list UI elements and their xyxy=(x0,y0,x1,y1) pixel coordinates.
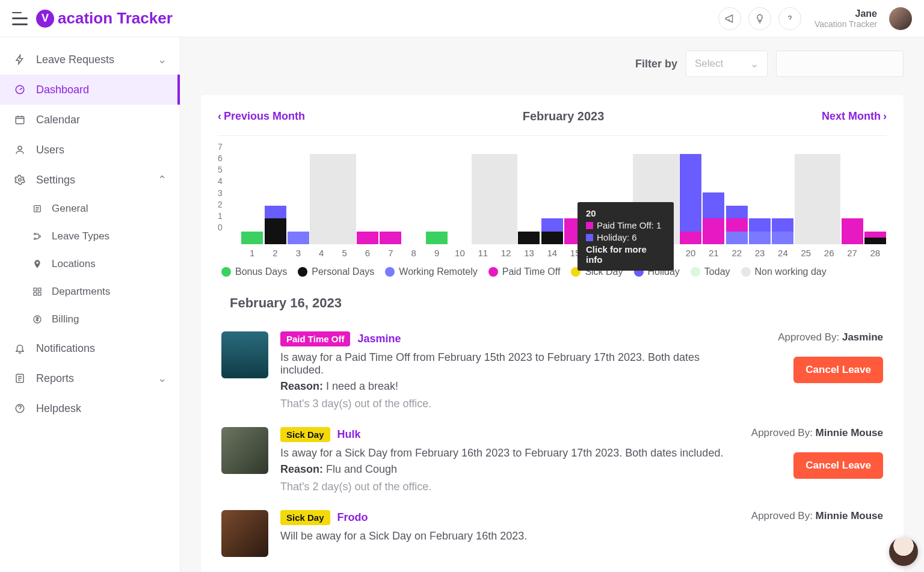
bar-day-9[interactable] xyxy=(425,154,448,244)
nav-label: Notifications xyxy=(36,342,95,355)
gauge-icon xyxy=(13,83,26,96)
tips-button[interactable] xyxy=(748,7,771,30)
bar-day-2[interactable] xyxy=(263,154,286,244)
leave-user-link[interactable]: Frodo xyxy=(337,511,368,524)
leave-item: Sick DayFrodoWill be away for a Sick Day… xyxy=(218,502,887,565)
brand-logo[interactable]: V acation Tracker xyxy=(36,9,173,28)
legend-item[interactable]: Personal Days xyxy=(298,266,374,277)
bar-day-28[interactable] xyxy=(864,154,887,244)
sidebar-item-locations[interactable]: Locations xyxy=(31,250,180,278)
shell: Leave Requests ⌄ Dashboard Calendar User… xyxy=(0,37,924,572)
chat-widget-button[interactable] xyxy=(889,537,918,566)
chevron-down-icon: ⌄ xyxy=(750,58,759,70)
sidebar-item-notifications[interactable]: Notifications xyxy=(0,333,180,363)
chevron-down-icon: ⌄ xyxy=(158,53,167,66)
bar-day-25[interactable] xyxy=(795,154,818,244)
svg-rect-9 xyxy=(38,288,41,291)
prev-month-button[interactable]: ‹ Previous Month xyxy=(218,110,305,123)
sidebar-item-helpdesk[interactable]: Helpdesk xyxy=(0,393,180,423)
sidebar-item-reports[interactable]: Reports ⌄ xyxy=(0,363,180,393)
leave-type-pill: Sick Day xyxy=(280,427,330,442)
sidebar-item-leave-requests[interactable]: Leave Requests ⌄ xyxy=(0,45,180,75)
svg-rect-8 xyxy=(34,288,37,291)
cancel-leave-button[interactable]: Cancel Leave xyxy=(793,357,883,383)
leave-user-link[interactable]: Hulk xyxy=(337,428,361,441)
bar-day-24[interactable] xyxy=(771,154,794,244)
list-icon xyxy=(31,203,43,215)
filter-select[interactable]: Select ⌄ xyxy=(686,51,768,77)
chevron-up-icon: ⌃ xyxy=(158,173,167,186)
legend-item[interactable]: Today xyxy=(691,266,730,277)
leave-user-link[interactable]: Jasmine xyxy=(357,333,401,345)
nav-label: Users xyxy=(36,144,64,156)
bar-day-26[interactable] xyxy=(818,154,840,244)
sidebar-item-departments[interactable]: Departments xyxy=(31,278,180,306)
announcements-button[interactable] xyxy=(718,7,741,30)
bar-day-4[interactable] xyxy=(310,154,333,244)
svg-point-3 xyxy=(19,179,22,182)
logo-badge: V xyxy=(36,10,54,28)
nav-label: Helpdesk xyxy=(36,402,81,415)
sidebar-item-billing[interactable]: Billing xyxy=(31,306,180,333)
bar-day-14[interactable] xyxy=(541,154,564,244)
bar-day-12[interactable] xyxy=(494,154,517,244)
nav-label: Departments xyxy=(52,286,110,298)
legend-item[interactable]: Non working day xyxy=(741,266,827,277)
leave-type-pill: Paid Time Off xyxy=(280,331,350,346)
next-month-label: Next Month xyxy=(822,110,881,123)
bar-day-13[interactable] xyxy=(517,154,540,244)
leave-avatar[interactable] xyxy=(221,510,268,557)
approved-by: Approved By: Minnie Mouse xyxy=(739,510,883,522)
bar-day-7[interactable] xyxy=(379,154,402,244)
svg-point-6 xyxy=(34,238,36,240)
dashboard-card: ‹ Previous Month February 2023 Next Mont… xyxy=(201,95,904,572)
sidebar-item-dashboard[interactable]: Dashboard xyxy=(0,75,180,105)
sidebar-item-users[interactable]: Users xyxy=(0,135,180,165)
bar-day-10[interactable] xyxy=(448,154,471,244)
approved-by: Approved By: Minnie Mouse xyxy=(739,427,883,439)
chevron-left-icon: ‹ xyxy=(218,110,221,123)
svg-rect-1 xyxy=(16,117,24,124)
filter-placeholder: Select xyxy=(695,58,723,70)
filter-secondary-input[interactable] xyxy=(776,51,904,77)
bar-day-5[interactable] xyxy=(333,154,356,244)
user-icon xyxy=(13,143,26,156)
bar-day-1[interactable] xyxy=(241,154,263,244)
leave-reason: Reason: Flu and Cough xyxy=(280,463,727,476)
filter-label: Filter by xyxy=(635,58,677,70)
settings-submenu: General Leave Types Locations Department… xyxy=(0,195,180,333)
bar-day-3[interactable] xyxy=(287,154,310,244)
approved-by: Approved By: Jasmine xyxy=(739,331,883,343)
selected-day-title: February 16, 2023 xyxy=(230,295,887,311)
chart-legend: Bonus DaysPersonal DaysWorking RemotelyP… xyxy=(221,266,887,277)
cancel-leave-button[interactable]: Cancel Leave xyxy=(793,452,883,479)
sidebar-item-calendar[interactable]: Calendar xyxy=(0,105,180,135)
next-month-button[interactable]: Next Month › xyxy=(822,110,887,123)
sidebar-item-settings[interactable]: Settings ⌃ xyxy=(0,165,180,195)
leave-meta: That's 3 day(s) out of the office. xyxy=(280,398,727,410)
y-axis: 76543210 xyxy=(218,142,227,232)
nav-label: Billing xyxy=(52,313,79,325)
leave-avatar[interactable] xyxy=(221,331,268,378)
bar-day-6[interactable] xyxy=(356,154,379,244)
chart-bars[interactable]: 20 Paid Time Off: 1Holiday: 6 Click for … xyxy=(241,154,887,244)
user-block[interactable]: Jane Vacation Tracker xyxy=(815,8,877,29)
sidebar-item-leave-types[interactable]: Leave Types xyxy=(31,223,180,250)
bar-day-23[interactable] xyxy=(748,154,771,244)
bar-day-21[interactable] xyxy=(702,154,725,244)
bar-day-22[interactable] xyxy=(725,154,748,244)
legend-item[interactable]: Working Remotely xyxy=(385,266,477,277)
bar-day-27[interactable] xyxy=(840,154,863,244)
user-avatar[interactable] xyxy=(889,7,912,30)
bar-day-20[interactable] xyxy=(679,154,702,244)
chart-plot[interactable]: 76543210 20 Paid Time Off: 1Holiday: 6 C… xyxy=(218,142,887,244)
bar-day-11[interactable] xyxy=(472,154,494,244)
leave-avatar[interactable] xyxy=(221,427,268,474)
calendar-icon xyxy=(13,113,26,126)
bar-day-8[interactable] xyxy=(402,154,425,244)
legend-item[interactable]: Paid Time Off xyxy=(488,266,561,277)
help-button[interactable] xyxy=(778,7,801,30)
sidebar-item-general[interactable]: General xyxy=(31,195,180,223)
menu-toggle-icon[interactable] xyxy=(12,12,28,25)
legend-item[interactable]: Bonus Days xyxy=(221,266,287,277)
